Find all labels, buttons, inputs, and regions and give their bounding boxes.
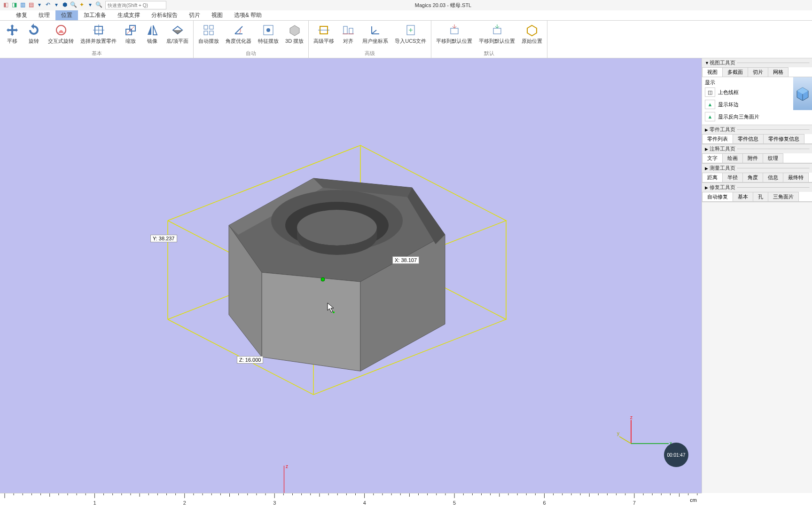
ruler-unit: cm — [690, 497, 697, 503]
btn-angle-opt[interactable]: 角度优化器 — [224, 22, 253, 49]
ptab-triangle[interactable]: 三角面片 — [768, 192, 799, 201]
titlebar: ◧ ◨ ▥ ▤ ▾ ↶ ▾ ⬢ 🔍 ✦ ▾ 🔍 Magics 20.03 - 螺… — [0, 0, 812, 10]
ptab-autorepair[interactable]: 自动修复 — [702, 192, 733, 201]
svg-text:2: 2 — [183, 500, 186, 506]
ptab-basic[interactable]: 基本 — [733, 192, 753, 201]
tab-options[interactable]: 选项& 帮助 — [228, 10, 267, 20]
viewport-3d[interactable]: Y: 38.237 X: 38.107 Z: 16.000 z x y z 00… — [0, 58, 702, 493]
ribbon-group-default: 平移到默认位置 平移到默认位置 原始位置 默认 — [431, 21, 547, 58]
btn-adv-translate[interactable]: 高级平移 — [312, 22, 336, 49]
tab-analysis[interactable]: 分析&报告 — [146, 10, 183, 20]
svg-text:7: 7 — [633, 500, 636, 506]
btn-import-ucs[interactable]: 导入UCS文件 — [393, 22, 428, 49]
tri2-icon: ▲ — [705, 112, 715, 121]
btn-bottom-top[interactable]: 底/顶平面 — [164, 22, 190, 49]
svg-rect-5 — [210, 25, 213, 29]
btn-translate[interactable]: 平移 — [3, 22, 22, 49]
orientation-cube[interactable] — [793, 77, 812, 110]
ptab-mesh[interactable]: 网格 — [768, 67, 789, 77]
menu-tabs: 修复 纹理 位置 加工准备 生成支撑 分析&报告 切片 视图 选项& 帮助 — [0, 10, 812, 21]
ptab-partrepair[interactable]: 零件修复信息 — [763, 134, 804, 143]
svg-point-31 — [333, 311, 335, 313]
tab-view[interactable]: 视图 — [206, 10, 228, 20]
panel-header-view[interactable]: ▼视图工具页 — [702, 58, 812, 67]
ptab-final[interactable]: 最终特 — [783, 173, 809, 182]
qa-search-icon[interactable]: 🔍 — [70, 1, 77, 8]
ptab-angle[interactable]: 角度 — [742, 173, 763, 182]
search-input[interactable] — [105, 1, 166, 9]
svg-text:1: 1 — [93, 500, 96, 506]
quick-access-toolbar: ◧ ◨ ▥ ▤ ▾ ↶ ▾ ⬢ 🔍 ✦ ▾ 🔍 — [0, 1, 168, 9]
ptab-attach[interactable]: 附件 — [742, 153, 763, 163]
redo-icon[interactable]: ▾ — [53, 1, 60, 8]
ptab-dist[interactable]: 距离 — [702, 173, 723, 182]
ptab-partlist[interactable]: 零件列表 — [702, 134, 733, 143]
ptab-info[interactable]: 信息 — [763, 173, 783, 182]
ptab-view[interactable]: 视图 — [702, 67, 723, 77]
panel-header-annotation[interactable]: ▶注释工具页 — [702, 144, 812, 153]
qa-icon-4[interactable]: ▤ — [27, 1, 35, 8]
btn-align[interactable]: 对齐 — [339, 22, 358, 49]
panel-part-tools: ▶零件工具页 零件列表 零件信息 零件修复信息 — [702, 125, 812, 144]
svg-text:4: 4 — [363, 500, 366, 506]
panel-header-part[interactable]: ▶零件工具页 — [702, 125, 812, 134]
window-title: Magics 20.03 - 螺母.STL — [168, 2, 718, 9]
btn-move-default2[interactable]: 平移到默认位置 — [477, 22, 517, 49]
btn-feature-place[interactable]: 特征摆放 — [256, 22, 281, 49]
side-panel: ▼视图工具页 视图 多截面 切片 网格 显示 ◫上色线框 ▲显示坏边 ▲显示反向… — [702, 58, 812, 493]
tab-position[interactable]: 位置 — [55, 10, 78, 20]
ribbon-group-auto: 自动摆放 角度优化器 特征摆放 3D 摆放 自动 — [194, 21, 309, 58]
ptab-slice[interactable]: 切片 — [748, 67, 768, 77]
btn-move-default1[interactable]: 平移到默认位置 — [434, 22, 474, 49]
qa-icon-3[interactable]: ▥ — [19, 1, 26, 8]
svg-text:3: 3 — [273, 500, 276, 506]
btn-original[interactable]: 原始位置 — [520, 22, 544, 49]
panel-repair-tools: ▶修复工具页 自动修复 基本 孔 三角面片 — [702, 183, 812, 202]
svg-line-36 — [619, 437, 631, 444]
btn-mirror[interactable]: 镜像 — [143, 22, 162, 49]
btn-interactive-rotate[interactable]: 交互式旋转 — [46, 22, 76, 49]
panel-header-measure[interactable]: ▶测量工具页 — [702, 164, 812, 173]
ribbon-group-advanced: 高级平移 对齐 用户坐标系 导入UCS文件 高级 — [309, 21, 431, 58]
ptab-text[interactable]: 文字 — [702, 153, 723, 163]
qa-icon-1[interactable]: ◧ — [2, 1, 9, 8]
btn-3d-place[interactable]: 3D 摆放 — [283, 22, 305, 49]
group-label-basic: 基本 — [3, 49, 190, 58]
ptab-radius[interactable]: 半径 — [722, 173, 743, 182]
tab-texture[interactable]: 纹理 — [33, 10, 55, 20]
undo-icon[interactable]: ↶ — [44, 1, 52, 8]
dim-z: Z: 16.000 — [237, 356, 263, 364]
panel-header-repair[interactable]: ▶修复工具页 — [702, 183, 812, 192]
group-label-advanced: 高级 — [312, 49, 428, 58]
qa-dropdown[interactable]: ▾ — [36, 1, 43, 8]
tab-prep[interactable]: 加工准备 — [78, 10, 112, 20]
btn-pick-place[interactable]: 选择并放置零件 — [78, 22, 118, 49]
svg-text:6: 6 — [543, 500, 546, 506]
ptab-tex[interactable]: 纹理 — [763, 153, 783, 163]
ptab-hole[interactable]: 孔 — [753, 192, 768, 201]
dim-x: X: 38.107 — [392, 256, 419, 264]
ptab-section[interactable]: 多截面 — [722, 67, 748, 77]
qa-wand-icon[interactable]: ✦ — [78, 1, 86, 8]
tab-support[interactable]: 生成支撑 — [112, 10, 146, 20]
btn-ucs[interactable]: 用户坐标系 — [360, 22, 390, 49]
panel-view-tools: ▼视图工具页 视图 多截面 切片 网格 显示 ◫上色线框 ▲显示坏边 ▲显示反向… — [702, 58, 812, 125]
tab-slice[interactable]: 切片 — [183, 10, 206, 20]
qa-cube-icon[interactable]: ⬢ — [61, 1, 69, 8]
btn-rotate[interactable]: 旋转 — [24, 22, 43, 49]
svg-text:z: z — [630, 415, 632, 420]
btn-scale[interactable]: 缩放 — [121, 22, 140, 49]
btn-auto-place[interactable]: 自动摆放 — [196, 22, 221, 49]
group-label-auto: 自动 — [196, 49, 305, 58]
svg-rect-4 — [204, 25, 208, 29]
ptab-draw[interactable]: 绘画 — [722, 153, 743, 163]
qa-icon-2[interactable]: ◨ — [10, 1, 18, 8]
timer-badge: 00:01:47 — [664, 443, 688, 467]
svg-point-29 — [297, 210, 377, 246]
ptab-partinfo[interactable]: 零件信息 — [733, 134, 764, 143]
svg-marker-21 — [262, 272, 360, 371]
qa-dropdown-2[interactable]: ▾ — [86, 1, 94, 8]
qa-search2-icon[interactable]: 🔍 — [95, 1, 102, 8]
tab-repair[interactable]: 修复 — [10, 10, 33, 20]
display-item-2[interactable]: ▲显示反向三角面片 — [705, 111, 809, 123]
